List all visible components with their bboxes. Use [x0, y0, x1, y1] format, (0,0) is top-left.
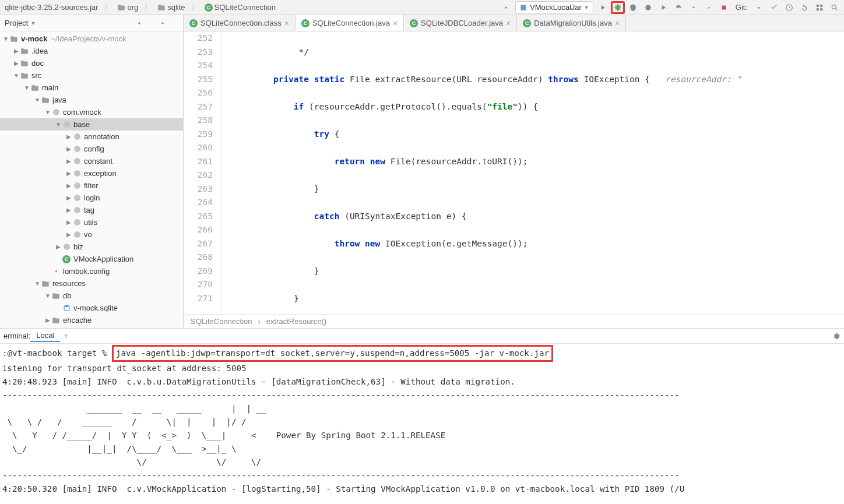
breadcrumb-item[interactable]: qlite-jdbc-3.25.2-sources.jar: [2, 2, 100, 13]
tree-root[interactable]: ▼ v-mock ~/IdeaProjects/v-mock: [0, 33, 183, 45]
svg-point-24: [64, 305, 69, 307]
resume-button[interactable]: [656, 1, 670, 14]
svg-rect-5: [820, 4, 822, 6]
tree-item[interactable]: ▼java: [0, 94, 183, 106]
terminal-output[interactable]: :@vt-macbook target % java -agentlib:jdw…: [0, 344, 844, 504]
tree-item[interactable]: ▶vo: [0, 228, 183, 241]
svg-point-14: [74, 146, 80, 152]
svg-point-22: [64, 244, 70, 250]
svg-point-12: [64, 121, 70, 128]
code-area[interactable]: */ @ private static File extractResource…: [233, 31, 844, 314]
editor-area: CSQLiteConnection.class×CSQLiteConnectio…: [184, 15, 844, 328]
breadcrumb-item[interactable]: sqlite: [155, 2, 187, 13]
git-revert-button[interactable]: [797, 1, 811, 14]
svg-point-13: [74, 133, 80, 140]
close-icon[interactable]: ×: [506, 19, 511, 28]
svg-point-15: [74, 158, 80, 164]
tree-item[interactable]: ▼main: [0, 82, 183, 94]
breadcrumb: qlite-jdbc-3.25.2-sources.jar〉 org〉 sqli…: [2, 2, 499, 13]
svg-point-18: [74, 195, 80, 201]
editor-tab[interactable]: CSQLiteConnection.class×: [184, 15, 296, 31]
breadcrumb-item[interactable]: org: [115, 2, 140, 13]
settings-icon[interactable]: [159, 19, 167, 27]
highlighted-command: java -agentlib:jdwp=transport=dt_socket,…: [112, 345, 553, 362]
locate-icon[interactable]: [135, 19, 143, 27]
tree-item[interactable]: ▶tag: [0, 204, 183, 216]
marker-gutter: [221, 31, 233, 314]
svg-point-17: [74, 182, 80, 189]
editor-status-bar: SQLiteConnection › extractResource(): [184, 314, 844, 328]
tree-item[interactable]: ▼db: [0, 290, 183, 302]
tree-item[interactable]: ▶doc: [0, 57, 183, 69]
terminal-add-tab[interactable]: +: [64, 332, 68, 340]
tree-item[interactable]: CVMockApplication: [0, 253, 183, 265]
layout-button[interactable]: [813, 1, 827, 14]
step-into-button[interactable]: [687, 1, 701, 14]
svg-point-8: [832, 5, 836, 9]
run-button[interactable]: [596, 1, 610, 14]
tree-item[interactable]: ▼base: [0, 118, 183, 131]
tree-item[interactable]: ▶login: [0, 192, 183, 204]
close-icon[interactable]: ×: [615, 19, 620, 28]
git-label: Git:: [736, 3, 747, 12]
run-config-selector[interactable]: VMockLocalJar ▼: [515, 1, 593, 13]
sidebar-title[interactable]: Project ▼: [5, 19, 135, 27]
top-toolbar: qlite-jdbc-3.25.2-sources.jar〉 org〉 sqli…: [0, 0, 844, 15]
editor-body[interactable]: 2522532542552562572582592602612622632642…: [184, 31, 844, 314]
debug-button[interactable]: [611, 1, 625, 14]
svg-point-9: [138, 22, 140, 24]
tree-item[interactable]: ▶filter: [0, 179, 183, 192]
svg-point-16: [74, 170, 80, 177]
sync-icon[interactable]: [499, 1, 513, 14]
svg-rect-4: [817, 4, 819, 6]
svg-point-21: [74, 231, 80, 238]
tree-item[interactable]: v-mock.sqlite: [0, 302, 183, 314]
tree-item[interactable]: ▼com.vmock: [0, 106, 183, 118]
svg-rect-7: [820, 8, 822, 10]
expand-icon[interactable]: [147, 19, 155, 27]
terminal-tab-local[interactable]: Local: [30, 330, 60, 342]
tree-item[interactable]: ▼resources: [0, 277, 183, 290]
editor-tab[interactable]: CSQLiteJDBCLoader.java×: [404, 15, 517, 31]
git-pull-button[interactable]: [752, 1, 766, 14]
svg-point-11: [53, 109, 59, 115]
tree-item[interactable]: ▶constant: [0, 155, 183, 167]
tree-item[interactable]: ▶utils: [0, 216, 183, 228]
tree-item[interactable]: ▶annotation: [0, 131, 183, 143]
tree-item[interactable]: ▶exception: [0, 167, 183, 179]
editor-tabs: CSQLiteConnection.class×CSQLiteConnectio…: [184, 15, 844, 31]
tree-item[interactable]: lombok.config: [0, 265, 183, 277]
step-over-button[interactable]: [671, 1, 685, 14]
project-tree[interactable]: ▼ v-mock ~/IdeaProjects/v-mock ▶.idea▶do…: [0, 31, 183, 327]
tree-item[interactable]: ▶.idea: [0, 45, 183, 57]
editor-tab[interactable]: CSQLiteConnection.java×: [296, 15, 404, 31]
svg-rect-0: [521, 5, 526, 10]
hide-icon[interactable]: [170, 19, 178, 27]
svg-point-19: [74, 207, 80, 213]
tree-item[interactable]: ▶biz: [0, 241, 183, 253]
svg-point-10: [161, 22, 164, 24]
coverage-button[interactable]: [626, 1, 640, 14]
terminal-settings-icon[interactable]: [832, 332, 841, 340]
stop-button[interactable]: [717, 1, 731, 14]
svg-point-20: [74, 219, 80, 225]
step-out-button[interactable]: [702, 1, 716, 14]
svg-rect-6: [817, 8, 819, 10]
project-sidebar: Project ▼ ▼ v-mock ~/IdeaProjects/v-mock…: [0, 15, 184, 328]
tree-item[interactable]: ▼src: [0, 69, 183, 82]
close-icon[interactable]: ×: [284, 19, 289, 28]
git-history-button[interactable]: [782, 1, 796, 14]
git-commit-button[interactable]: [767, 1, 781, 14]
search-button[interactable]: [828, 1, 842, 14]
profile-button[interactable]: [641, 1, 655, 14]
terminal-panel: erminal: Local + :@vt-macbook target % j…: [0, 328, 844, 504]
line-gutter: 2522532542552562572582592602612622632642…: [184, 31, 221, 314]
svg-point-1: [645, 5, 650, 10]
breadcrumb-item[interactable]: CSQLiteConnection: [202, 2, 279, 13]
tree-item[interactable]: ▶ehcache: [0, 314, 183, 326]
editor-tab[interactable]: CDataMigrationUtils.java×: [517, 15, 626, 31]
close-icon[interactable]: ×: [393, 19, 398, 28]
svg-rect-2: [722, 5, 726, 9]
tree-item[interactable]: ▶config: [0, 143, 183, 155]
terminal-title: erminal:: [3, 332, 30, 340]
